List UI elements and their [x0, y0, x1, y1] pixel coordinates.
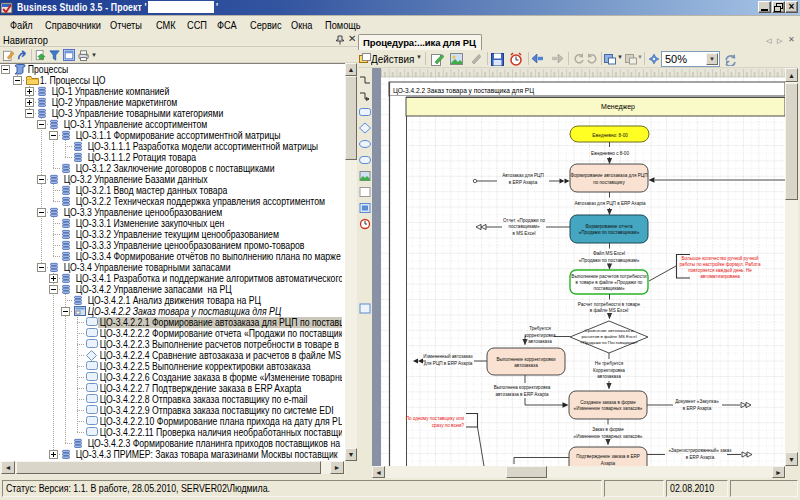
svg-text:в ERP Axapta: в ERP Axapta: [686, 455, 715, 460]
svg-text:автозаказа: автозаказа: [528, 339, 552, 344]
svg-text:Менеджер: Менеджер: [601, 103, 635, 111]
svg-text:Расчет потребности в товаре: Расчет потребности в товаре: [578, 302, 641, 307]
svg-text:расчетов в файле MS Excel: расчетов в файле MS Excel: [581, 334, 636, 339]
svg-text:автоматизирована: автоматизирована: [700, 274, 740, 279]
svg-text:работы по настройке формул. Ра: работы по настройке формул. Работа: [680, 261, 761, 267]
svg-text:корректировка: корректировка: [524, 333, 556, 338]
svg-text:Ежедневно с 8-00: Ежедневно с 8-00: [591, 151, 629, 156]
svg-text:Подтверждение заказа в ERP: Подтверждение заказа в ERP: [576, 454, 640, 459]
svg-text:поставщикам»: поставщикам»: [593, 286, 625, 291]
svg-text:Выполнена корректировка: Выполнена корректировка: [494, 385, 551, 390]
svg-text:«Зарегистрированный» заказ: «Зарегистрированный» заказ: [669, 447, 732, 453]
svg-text:автозаказа: автозаказа: [597, 374, 621, 379]
svg-text:Требуется: Требуется: [529, 326, 551, 331]
svg-text:Автозаказ для РЦП в ERP Axapta: Автозаказ для РЦП в ERP Axapta: [574, 201, 646, 206]
svg-text:ЦО-3.4.2.2 Заказ товара у пост: ЦО-3.4.2.2 Заказ товара у поставщика для…: [393, 87, 535, 95]
svg-text:«Изменение товарных запасов»: «Изменение товарных запасов»: [574, 406, 643, 411]
svg-text:для РЦП в ERP Axapta: для РЦП в ERP Axapta: [424, 361, 473, 366]
svg-text:в ERP Axapta: в ERP Axapta: [683, 406, 712, 411]
svg-text:повторяется каждый день. Не: повторяется каждый день. Не: [688, 267, 752, 273]
svg-text:«Изменение товарных запасов»: «Изменение товарных запасов»: [574, 434, 643, 439]
svg-text:Отчет «Продажи по: Отчет «Продажи по: [503, 218, 545, 223]
svg-text:Большое количество ручной ручн: Большое количество ручной ручной: [682, 255, 759, 261]
svg-text:Корректировка: Корректировка: [593, 368, 625, 373]
svg-text:Ежедневно: 8-00: Ежедневно: 8-00: [592, 133, 628, 138]
svg-text:«Продажи по поставщикам»: «Продажи по поставщикам»: [579, 230, 640, 235]
svg-text:Выполнение расчетов потребност: Выполнение расчетов потребности: [571, 274, 647, 279]
svg-text:По одному поставщику или: По одному поставщику или: [406, 416, 465, 421]
svg-text:Создание заказа в форме: Создание заказа в форме: [580, 400, 636, 405]
svg-text:Измененный автозаказ: Измененный автозаказ: [423, 353, 472, 359]
svg-text:сразу по всем?: сразу по всем?: [432, 423, 465, 428]
svg-text:в товаре в файле «Продажи по: в товаре в файле «Продажи по: [576, 279, 643, 285]
svg-text:Файл MS Excel: Файл MS Excel: [593, 250, 625, 256]
svg-text:«Продажи по поставщикам»: «Продажи по поставщикам»: [579, 258, 640, 263]
svg-text:Автозаказ для РЦП: Автозаказ для РЦП: [502, 173, 544, 178]
svg-text:автозаказа в ERP Axapta: автозаказа в ERP Axapta: [495, 392, 549, 397]
svg-text:«Продажи по Поставщикам»: «Продажи по Поставщикам»: [580, 340, 638, 345]
svg-text:Выполнение корректировки: Выполнение корректировки: [496, 357, 556, 362]
svg-text:Заказ в форме: Заказ в форме: [592, 427, 624, 432]
svg-text:по поставщику: по поставщику: [593, 180, 625, 185]
svg-text:автозаказа: автозаказа: [514, 363, 538, 368]
svg-text:Не требуется: Не требуется: [595, 361, 624, 366]
svg-text:Axapta: Axapta: [601, 461, 616, 466]
svg-text:Формирование отчета: Формирование отчета: [585, 224, 633, 229]
svg-text:Сравнение автозаказа и: Сравнение автозаказа и: [585, 328, 634, 333]
svg-text:поставщикам»: поставщикам»: [508, 224, 540, 229]
svg-text:в файле MS Excel: в файле MS Excel: [590, 307, 629, 313]
svg-text:в MS Excel: в MS Excel: [512, 231, 535, 236]
svg-text:в ERP Axapta: в ERP Axapta: [509, 180, 538, 185]
svg-text:Формирование автозаказа для РЦ: Формирование автозаказа для РЦП: [571, 173, 648, 178]
svg-text:Документ «Закупка»: Документ «Закупка»: [675, 399, 719, 404]
